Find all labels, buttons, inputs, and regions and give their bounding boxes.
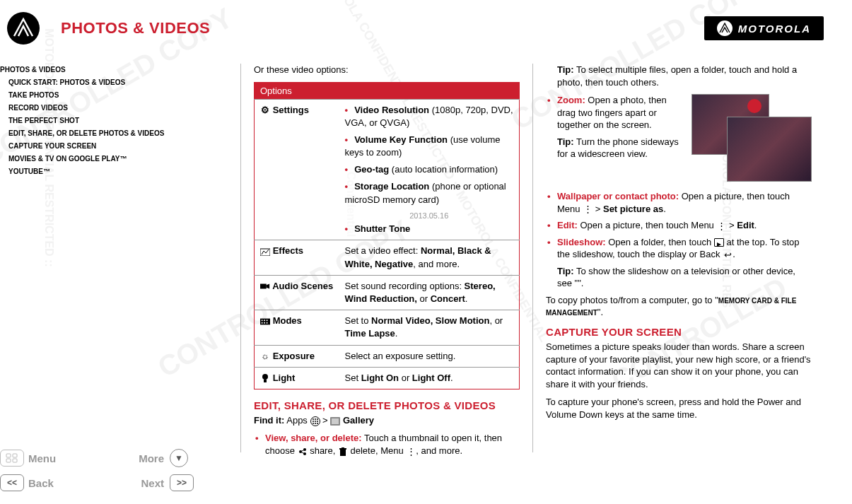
svg-rect-29 xyxy=(339,448,346,450)
effects-icon xyxy=(260,247,270,257)
menu-dots-icon: ⋮ xyxy=(716,221,726,231)
capture-p1: Sometimes a picture speaks louder than w… xyxy=(546,341,812,390)
svg-point-13 xyxy=(315,418,316,420)
svg-point-17 xyxy=(317,421,318,422)
page-title: PHOTOS & VIDEOS xyxy=(61,19,210,37)
bulb-icon xyxy=(260,373,270,383)
camcorder-icon xyxy=(260,281,270,291)
svg-point-12 xyxy=(313,418,314,420)
svg-rect-31 xyxy=(6,454,11,457)
back-icon[interactable]: << xyxy=(0,474,24,491)
sidebar-item[interactable]: MOVIES & TV ON GOOGLE PLAY™ xyxy=(0,153,240,165)
more-button[interactable]: More xyxy=(99,452,170,464)
section-heading-capture: CAPTURE YOUR SCREEN xyxy=(546,326,812,338)
watermark-date: 2013.05.16 xyxy=(345,211,514,221)
sidebar-item[interactable]: PHOTOS & VIDEOS xyxy=(0,64,240,76)
sidebar-item[interactable]: TAKE PHOTOS xyxy=(0,89,240,102)
svg-rect-28 xyxy=(340,450,346,456)
motorola-small-icon xyxy=(717,20,733,36)
menu-dots-icon: ⋮ xyxy=(406,447,416,457)
svg-point-18 xyxy=(313,423,314,424)
svg-rect-4 xyxy=(264,320,265,321)
find-it-line: Find it: Apps > Gallery xyxy=(254,414,520,427)
brand-badge: MOTOROLA xyxy=(704,16,824,40)
back-button[interactable]: Back xyxy=(28,477,99,489)
more-down-icon[interactable]: ▼ xyxy=(170,449,188,467)
video-options-table: Options ⚙ Settings • Video Resolution (1… xyxy=(254,82,520,389)
svg-point-19 xyxy=(315,423,316,424)
apps-grid-icon xyxy=(310,416,320,426)
next-button[interactable]: Next xyxy=(99,477,170,489)
sidebar-item[interactable]: THE PERFECT SHOT xyxy=(0,115,240,127)
share-icon xyxy=(298,447,308,457)
sidebar-item[interactable]: EDIT, SHARE, OR DELETE PHOTOS & VIDEOS xyxy=(0,127,240,140)
svg-rect-30 xyxy=(342,447,344,448)
list-item: Zoom: Open a photo, then drag two finger… xyxy=(546,94,812,160)
svg-rect-10 xyxy=(264,380,267,382)
svg-rect-5 xyxy=(267,320,268,321)
svg-point-14 xyxy=(317,418,318,420)
svg-point-15 xyxy=(313,421,314,422)
menu-button[interactable]: Menu xyxy=(28,452,99,464)
svg-point-9 xyxy=(262,374,268,380)
list-item: Slideshow: Open a folder, then touch at … xyxy=(546,236,812,290)
svg-rect-3 xyxy=(262,320,263,321)
svg-point-20 xyxy=(317,423,318,424)
svg-rect-32 xyxy=(13,454,17,457)
film-icon xyxy=(260,317,270,327)
list-item: Edit: Open a picture, then touch Menu ⋮ … xyxy=(546,219,812,232)
copy-photos-text: To copy photos to/from a computer, go to… xyxy=(546,294,812,319)
next-icon[interactable]: >> xyxy=(170,474,194,491)
section-heading-edit: EDIT, SHARE, OR DELETE PHOTOS & VIDEOS xyxy=(254,399,520,411)
svg-rect-33 xyxy=(6,459,11,462)
svg-rect-8 xyxy=(267,322,268,324)
gear-icon: ⚙ xyxy=(260,105,270,115)
svg-rect-22 xyxy=(332,418,339,424)
list-item: View, share, or delete: Touch a thumbnai… xyxy=(254,432,520,457)
sidebar-item[interactable]: QUICK START: PHOTOS & VIDEOS xyxy=(0,76,240,89)
menu-grid-icon[interactable] xyxy=(0,450,24,467)
table-header: Options xyxy=(255,82,520,99)
capture-p2: To capture your phone's screen, press an… xyxy=(546,396,812,421)
sidebar-item[interactable]: YOUTUBE™ xyxy=(0,165,240,178)
sidebar-item[interactable]: RECORD VIDEOS xyxy=(0,102,240,115)
motorola-logo-icon xyxy=(7,12,40,45)
menu-dots-icon: ⋮ xyxy=(583,204,593,214)
brightness-icon: ☼ xyxy=(260,351,270,361)
svg-rect-7 xyxy=(264,322,265,324)
video-options-intro: Or these video options: xyxy=(254,64,520,76)
gallery-icon xyxy=(330,416,340,426)
list-item: Wallpaper or contact photo: Open a pictu… xyxy=(546,190,812,215)
tip-text: Tip: To select multiple files, open a fo… xyxy=(546,64,812,88)
svg-point-16 xyxy=(315,421,316,422)
back-arrow-icon: ↩ xyxy=(723,250,733,260)
trash-icon xyxy=(338,447,348,457)
play-box-icon xyxy=(714,238,724,247)
svg-rect-2 xyxy=(260,318,270,324)
sidebar-item[interactable]: CAPTURE YOUR SCREEN xyxy=(0,140,240,153)
sidebar-nav: PHOTOS & VIDEOS QUICK START: PHOTOS & VI… xyxy=(0,64,240,178)
svg-rect-1 xyxy=(260,284,267,289)
svg-rect-34 xyxy=(13,459,17,462)
svg-rect-6 xyxy=(262,322,263,324)
